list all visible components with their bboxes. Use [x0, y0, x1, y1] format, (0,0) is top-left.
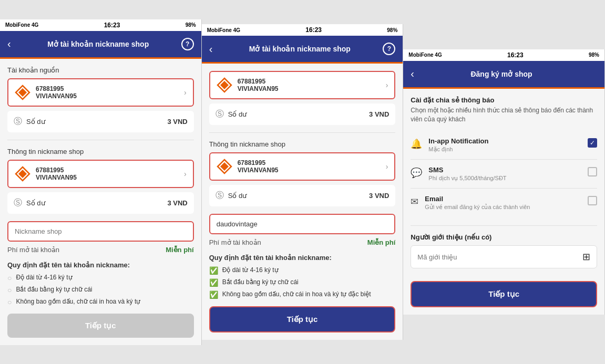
balance-icon-3: Ⓢ: [216, 109, 224, 120]
screen-1: MobiFone 4G 16:23 98% ‹ Mở tài khoản nic…: [0, 19, 202, 345]
nickname-balance-value: 3 VND: [167, 199, 187, 207]
account-card-left-2: 67881995 VIVIANVAN95: [217, 77, 279, 93]
notif-text-inapp: In-app Notification Mặc định: [428, 137, 581, 153]
rule-text-s2-2: Bắt đầu bằng ký tự chữ cái: [222, 278, 299, 287]
svg-marker-7: [220, 162, 229, 171]
nickname-input[interactable]: [7, 221, 194, 242]
nickname-account-left-2: 67881995 VIVIANVAN95: [217, 159, 279, 174]
checkbox-sms[interactable]: [588, 167, 597, 176]
content-2: 67881995 VIVIANVAN95 › Ⓢ Số dư 3 VND Thô…: [202, 64, 403, 340]
content-3: Cài đặt chia sẻ thông báo Chọn một hoặc …: [403, 89, 604, 315]
nickname-balance-row: Ⓢ Số dư 3 VND: [7, 192, 194, 214]
fee-label-2: Phí mở tài khoản: [209, 238, 261, 246]
notif-desc-email: Gửi về email đăng ký của các thành viên: [425, 204, 581, 211]
continue-button-2[interactable]: Tiếp tục: [209, 306, 396, 332]
bell-icon: 🔔: [411, 138, 422, 150]
notif-item-email[interactable]: ✉ Email Gửi về email đăng ký của các thà…: [411, 189, 597, 217]
rule-text-3: Không bao gồm dấu, chữ cái in hoa và ký …: [16, 297, 140, 306]
referral-input[interactable]: [417, 253, 582, 261]
notif-name-email: Email: [425, 195, 581, 203]
rules-title-2: Quy định đặt tên tài khoản nickname:: [209, 254, 396, 262]
rule-item-2: ○ Bắt đầu bằng ký tự chữ cái: [7, 285, 194, 294]
rule-icon-2: ○: [7, 286, 12, 294]
help-button-1[interactable]: ?: [181, 38, 194, 50]
nickname-balance-value-2: 3 VND: [369, 192, 389, 200]
nickname-balance-label: Số dư: [26, 199, 45, 207]
account-info-1: 67881995 VIVIANVAN95: [36, 85, 77, 100]
logo-diamond-icon-4: [217, 159, 232, 174]
rules-title-1: Quy định đặt tên tài khoản nickname:: [7, 261, 194, 269]
fee-row-2: Phí mở tài khoản Miễn phí: [209, 238, 396, 246]
notif-title: Cài đặt chia sẻ thông báo: [411, 96, 597, 104]
nickname-account-card[interactable]: 67881995 VIVIANVAN95 ›: [7, 160, 194, 188]
rule-valid-icon-2: ✅: [209, 278, 218, 287]
time-label-1: 16:23: [104, 22, 120, 29]
rule-item-s2-1: ✅ Độ dài từ 4-16 ký tự: [209, 266, 396, 275]
continue-button-3[interactable]: Tiếp tục: [411, 281, 597, 307]
checkbox-inapp[interactable]: ✓: [588, 138, 597, 148]
nickname-acc-id: 67881995: [36, 167, 77, 174]
rule-text-s2-1: Độ dài từ 4-16 ký tự: [222, 266, 279, 275]
notif-item-sms[interactable]: 💬 SMS Phí dịch vụ 5,500đ/tháng/SĐT: [411, 160, 597, 189]
nickname-display: daudovintage: [209, 214, 396, 234]
back-button-2[interactable]: ‹: [209, 43, 213, 55]
referral-label: Người giới thiệu (nếu có): [411, 233, 597, 241]
svg-marker-5: [220, 81, 229, 89]
screen-3: MobiFone 4G 16:23 98% ‹ Đăng ký mở shop …: [403, 49, 605, 315]
content-1: Tài khoản nguồn 67881995 VIVIANVAN95 › Ⓢ…: [0, 59, 201, 345]
header-3: ‹ Đăng ký mở shop: [403, 61, 604, 87]
notif-text-email: Email Gửi về email đăng ký của các thành…: [425, 195, 581, 211]
balance-label-1: Số dư: [26, 118, 45, 126]
referral-input-row[interactable]: ⊞: [411, 245, 597, 268]
rule-icon-1: ○: [7, 274, 12, 282]
help-button-2[interactable]: ?: [383, 43, 395, 55]
network-label-3: MobiFone 4G: [408, 52, 442, 58]
nickname-account-card-2[interactable]: 67881995 VIVIANVAN95 ›: [209, 152, 396, 181]
divider-3: [411, 225, 597, 226]
logo-diamond-icon: [15, 85, 30, 100]
rule-valid-icon-3: ✅: [209, 290, 218, 299]
balance-value-1: 3 VND: [167, 118, 187, 126]
status-bar-1: MobiFone 4G 16:23 98%: [0, 19, 201, 31]
acc-name-2: VIVIANVAN95: [238, 85, 279, 92]
nickname-acc-name-2: VIVIANVAN95: [238, 167, 279, 174]
balance-value-2: 3 VND: [369, 110, 389, 118]
email-icon: ✉: [411, 196, 418, 207]
nickname-balance-left: Ⓢ Số dư: [14, 197, 45, 209]
notif-item-inapp[interactable]: 🔔 In-app Notification Mặc định ✓: [411, 131, 597, 160]
rules-section-2: Quy định đặt tên tài khoản nickname: ✅ Đ…: [209, 254, 396, 299]
header-title-1: Mở tài khoản nickname shop: [15, 40, 181, 48]
divider-1: [7, 140, 194, 140]
rule-item-s2-2: ✅ Bắt đầu bằng ký tự chữ cái: [209, 278, 396, 287]
back-button-3[interactable]: ‹: [411, 68, 414, 80]
chevron-icon-3: ›: [386, 81, 388, 89]
acc-id-2: 67881995: [238, 78, 279, 85]
notif-name-sms: SMS: [428, 166, 581, 174]
network-label-1: MobiFone 4G: [5, 22, 38, 28]
battery-label-3: 98%: [589, 52, 599, 58]
continue-button-1[interactable]: Tiếp tục: [7, 314, 194, 338]
rule-text-2: Bắt đầu bằng ký tự chữ cái: [16, 285, 92, 294]
header-title-3: Đăng ký mở shop: [418, 70, 585, 78]
source-account-card[interactable]: 67881995 VIVIANVAN95 ›: [7, 78, 194, 107]
account-card-left: 67881995 VIVIANVAN95: [15, 85, 77, 100]
nickname-balance-left-2: Ⓢ Số dư: [216, 190, 247, 201]
continue-btn-wrapper-3: Tiếp tục: [411, 281, 597, 307]
back-button-1[interactable]: ‹: [7, 38, 11, 50]
notification-section: Cài đặt chia sẻ thông báo Chọn một hoặc …: [411, 96, 597, 217]
source-account-label: Tài khoản nguồn: [7, 66, 194, 74]
rule-valid-icon-1: ✅: [209, 266, 218, 275]
rule-item-3: ○ Không bao gồm dấu, chữ cái in hoa và k…: [7, 297, 194, 306]
battery-label-2: 98%: [387, 27, 397, 33]
nickname-account-info: 67881995 VIVIANVAN95: [36, 167, 77, 181]
checkbox-email[interactable]: [588, 196, 597, 205]
rule-text-1: Độ dài từ 4-16 ký tự: [16, 273, 72, 282]
logo-diamond-icon-3: [217, 77, 232, 93]
nickname-acc-id-2: 67881995: [238, 159, 279, 167]
fee-value-2: Miễn phí: [367, 238, 396, 246]
balance-icon-2: Ⓢ: [14, 197, 22, 209]
notif-name-inapp: In-app Notification: [428, 137, 581, 145]
chevron-icon-1: ›: [184, 88, 187, 97]
rule-text-s2-3: Không bao gồm dấu, chữ cái in hoa và ký …: [222, 290, 371, 299]
source-account-card-2[interactable]: 67881995 VIVIANVAN95 ›: [209, 71, 396, 99]
